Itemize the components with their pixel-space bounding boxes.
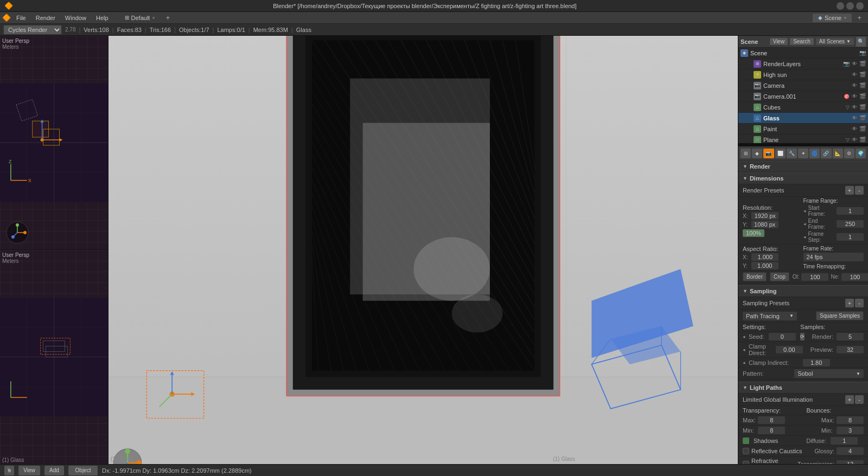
add-lgi-button[interactable]: + [845, 395, 854, 404]
frame-step-value[interactable]: 1 [837, 233, 864, 241]
remove-sampling-preset-button[interactable]: - [855, 299, 864, 307]
render-icon-cam[interactable]: 🎬 [859, 82, 866, 88]
eye-icon-cubes[interactable]: 👁 [852, 104, 857, 110]
render-icon-hs[interactable]: 🎬 [859, 72, 866, 78]
preview-value[interactable]: 32 [837, 346, 864, 353]
eye-icon-plane[interactable]: 👁 [852, 137, 857, 143]
seed-extra-icon[interactable]: ⟳ [800, 333, 805, 340]
prop-tab-scene[interactable]: ◆ [752, 149, 762, 158]
y-value[interactable]: 1080 px [751, 221, 778, 228]
prop-tab-view-layer[interactable]: ⊞ [741, 149, 751, 158]
tree-item-highsun[interactable]: ☀ High sun 👁 🎬 [738, 69, 868, 80]
tree-item-scene[interactable]: ◆ Scene 📷 [738, 48, 868, 59]
prop-tab-material[interactable]: ⚙ [844, 149, 854, 158]
ne-value[interactable]: 100 [841, 273, 868, 281]
diffuse-value[interactable]: 1 [831, 437, 858, 445]
tree-item-cubes[interactable]: △ Cubes ▽ 👁 🎬 [738, 102, 868, 113]
tree-item-camera001[interactable]: 📷 Camera.001 🎯 👁 🎬 [738, 91, 868, 102]
prop-tab-modifiers[interactable]: 🔧 [787, 149, 797, 158]
add-sampling-preset-button[interactable]: + [845, 299, 854, 307]
min-bounces-value[interactable]: 3 [837, 427, 864, 434]
render-icon-cubes[interactable]: 🎬 [859, 104, 866, 110]
center-viewport[interactable]: (1) Glass (1) Glass [108, 36, 738, 464]
x-value[interactable]: 1920 px [751, 212, 778, 220]
crop-button[interactable]: Crop [770, 272, 789, 281]
window-minimize-button[interactable] [837, 2, 844, 10]
prop-tab-particles[interactable]: ✦ [798, 149, 808, 158]
max-bounces-value[interactable]: 8 [837, 416, 864, 424]
square-samples-button[interactable]: Square Samples [816, 311, 864, 320]
render-section-header[interactable]: ▼ Render [738, 160, 868, 172]
left-bottom-viewport[interactable]: User Persp Meters [0, 250, 108, 464]
clamp-indirect-value[interactable]: 1.80 [803, 359, 830, 366]
render-icon-paint[interactable]: 🎬 [859, 126, 866, 132]
eye-icon-paint[interactable]: 👁 [852, 126, 857, 132]
render-icon-plane[interactable]: 🎬 [859, 137, 866, 143]
mouse-icon-btn[interactable]: 🖱 [4, 466, 14, 475]
add-mode-btn[interactable]: Add [44, 466, 64, 475]
tree-item-plane[interactable]: □ Plane ▽ 👁 🎬 [738, 134, 868, 144]
menu-item-file[interactable]: File [12, 14, 30, 22]
seed-value[interactable]: 0 [769, 333, 796, 340]
path-tracing-dropdown[interactable]: Path Tracing ▼ [743, 312, 797, 320]
max-transp-value[interactable]: 8 [758, 416, 785, 424]
tree-item-paint[interactable]: △ Paint 👁 🎬 [738, 124, 868, 134]
border-button[interactable]: Border [743, 272, 767, 281]
render-value[interactable]: 5 [837, 333, 864, 340]
frame-rate-value[interactable]: 24 fps [803, 253, 864, 261]
sampling-section-header[interactable]: ▼ Sampling [738, 285, 868, 297]
clamp-direct-value[interactable]: 0.00 [776, 346, 803, 353]
prop-tab-constraints[interactable]: 🔗 [821, 149, 831, 158]
search-icon[interactable]: 🔍 [858, 38, 864, 44]
prop-tab-physics[interactable]: 🌀 [809, 149, 820, 158]
min-transp-value[interactable]: 8 [758, 427, 785, 434]
glossy-value[interactable]: 4 [837, 447, 864, 455]
pattern-dropdown[interactable]: Sobol ▼ [794, 369, 864, 378]
menu-item-window[interactable]: Window [61, 14, 91, 22]
window-maximize-button[interactable] [846, 2, 854, 10]
tree-item-camera[interactable]: 📷 Camera 👁 🎬 [738, 80, 868, 91]
start-frame-value[interactable]: 1 [837, 207, 864, 215]
left-top-viewport[interactable]: User Persp Meters [0, 36, 108, 250]
transmission-value[interactable]: 12 [837, 460, 864, 464]
prop-tab-render[interactable]: 📷 [763, 149, 774, 158]
prop-tab-object[interactable]: ⬜ [775, 149, 786, 158]
menu-item-render[interactable]: Render [31, 14, 60, 22]
view-btn[interactable]: View [770, 38, 788, 45]
render-engine-select[interactable]: Cycles Render Blender Render Blender Gam… [3, 25, 62, 35]
scene-tab[interactable]: ◆ Scene × [813, 14, 852, 22]
render-icon-glass[interactable]: 🎬 [859, 115, 866, 121]
main-viewport-area[interactable]: (1) Glass (1) Glass [108, 36, 738, 464]
end-frame-value[interactable]: 250 [837, 220, 864, 228]
window-close-button[interactable] [856, 2, 864, 10]
eye-icon-c001[interactable]: 👁 [852, 93, 857, 99]
tree-item-renderlayers[interactable]: ⊞ RenderLayers 📷 👁 🎬 [738, 59, 868, 69]
tree-item-glass[interactable]: △ Glass 👁 🎬 [738, 113, 868, 124]
add-preset-button[interactable]: + [845, 186, 854, 195]
all-scenes-btn[interactable]: All Scenes ▼ [816, 38, 854, 45]
eye-icon-rl[interactable]: 👁 [852, 61, 857, 67]
view-mode-btn[interactable]: View [18, 466, 40, 475]
render-icon-rl[interactable]: 🎬 [859, 61, 866, 67]
remove-preset-button[interactable]: - [855, 186, 864, 195]
eye-icon-cam[interactable]: 👁 [852, 82, 857, 88]
reflective-checkbox[interactable] [743, 448, 749, 454]
menu-item-help[interactable]: Help [92, 14, 113, 22]
workspace-tab-default[interactable]: ⊞ Default × [119, 14, 161, 22]
render-icon-c001[interactable]: 🎬 [859, 93, 866, 99]
light-paths-section-header[interactable]: ▼ Light Paths [738, 382, 868, 394]
remove-lgi-button[interactable]: - [855, 395, 864, 404]
percent-field[interactable]: 100% [743, 229, 764, 237]
search-btn[interactable]: Search [790, 38, 814, 45]
add-workspace-button[interactable]: + [162, 12, 175, 23]
close-workspace-icon[interactable]: × [152, 15, 155, 21]
ay-value[interactable]: 1.000 [751, 262, 778, 269]
eye-icon-glass[interactable]: 👁 [852, 115, 857, 121]
shadows-checkbox[interactable] [743, 438, 749, 444]
object-mode-btn[interactable]: Object [68, 466, 98, 475]
ol-value[interactable]: 100 [801, 273, 828, 281]
close-scene-icon[interactable]: × [844, 15, 846, 21]
add-scene-button[interactable]: + [853, 12, 866, 23]
eye-icon-hs[interactable]: 👁 [852, 72, 857, 78]
prop-tab-world[interactable]: 🌍 [856, 149, 866, 158]
